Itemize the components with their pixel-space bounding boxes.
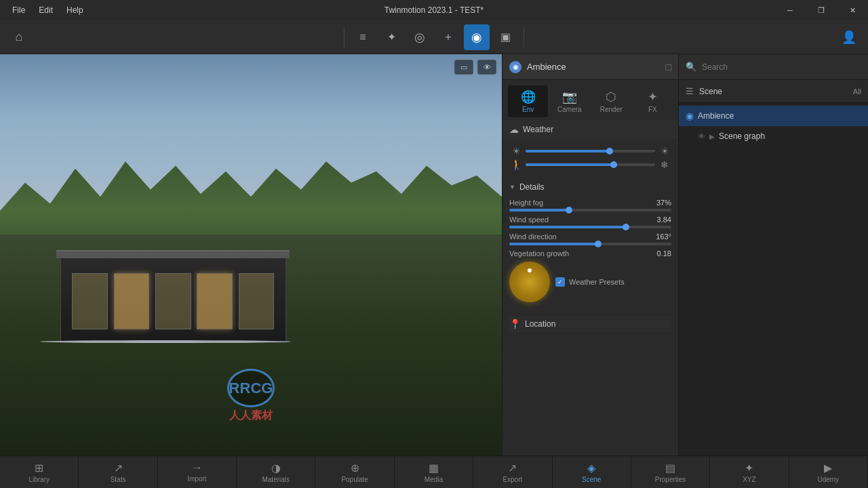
window-restore-button[interactable]: ❐: [806, 0, 837, 20]
scene-panel: 🔍 ☰ Scene All ◉ Ambience 👁 ▶ Scene graph: [678, 54, 868, 455]
tab-row: 🌐 Env 📷 Camera ⬡ Render ✦ FX: [502, 80, 678, 120]
weather-controls: ☀ ☀ 🚶 ❄: [502, 139, 678, 177]
snow-icon: ❄: [658, 159, 671, 170]
home-button[interactable]: ⌂: [8, 26, 30, 48]
wind-speed-thumb[interactable]: [623, 224, 629, 230]
bottom-stats-button[interactable]: ↗ Stats: [79, 456, 157, 488]
weather-slider-2-thumb[interactable]: [610, 161, 617, 168]
menu-help[interactable]: Help: [60, 3, 90, 18]
details-header[interactable]: ▼ Details: [509, 180, 671, 195]
panel-title: Ambience: [527, 62, 660, 72]
bottom-materials-button[interactable]: ◑ Materials: [237, 456, 315, 488]
search-icon: 🔍: [686, 62, 696, 72]
ambience-panel: ◉ Ambience □ 🌐 Env 📷 Camera ⬡ Render ✦ F…: [502, 54, 678, 455]
bottom-xyz-button[interactable]: ✦ XYZ: [710, 456, 789, 488]
stats-icon: ↗: [114, 462, 123, 474]
select-tool-button[interactable]: ✦: [378, 24, 404, 50]
camera-tab-label: Camera: [557, 106, 582, 113]
height-fog-slider[interactable]: [509, 209, 671, 211]
bottom-scene-button[interactable]: ◈ Scene: [553, 456, 631, 488]
wind-speed-param: Wind speed 3.84: [509, 216, 671, 228]
scene-item-ambience[interactable]: ◉ Ambience: [679, 106, 868, 126]
bottom-export-button[interactable]: ↗ Export: [473, 456, 552, 488]
materials-icon: ◑: [271, 462, 281, 474]
toolbar: ⌂ ≡ ✦ ◎ + ◉ ▣ 👤: [0, 20, 868, 54]
scene-item-graph[interactable]: 👁 ▶ Scene graph: [679, 126, 868, 146]
menu-file[interactable]: File: [5, 3, 32, 18]
frame-button[interactable]: ▣: [492, 24, 518, 50]
search-bar: 🔍: [679, 54, 868, 80]
materials-label: Materials: [262, 476, 290, 483]
building-window: [72, 273, 107, 329]
brush-tool-button[interactable]: ≡: [350, 24, 376, 50]
knob-indicator: [528, 268, 532, 272]
ambience-item-icon: ◉: [686, 110, 694, 121]
import-label: Import: [187, 475, 206, 483]
active-mode-button[interactable]: ◉: [464, 24, 490, 50]
frame-icon: ▣: [500, 30, 511, 43]
wind-speed-label: Wind speed: [509, 216, 549, 224]
wind-direction-value: 163°: [656, 232, 671, 241]
location-header[interactable]: 📍 Location: [509, 316, 671, 332]
target-icon: ◎: [414, 30, 425, 45]
vegetation-knob[interactable]: [509, 262, 550, 302]
vegetation-value: 0.18: [657, 249, 671, 258]
wind-direction-slider[interactable]: [509, 243, 671, 245]
bottom-populate-button[interactable]: ⊕ Populate: [315, 456, 394, 488]
viewport-rect-button[interactable]: ▭: [454, 60, 473, 75]
stats-label: Stats: [111, 476, 126, 483]
scene-all-label: All: [853, 87, 861, 96]
building-window-lit-2: [197, 273, 232, 329]
tab-fx[interactable]: ✦ FX: [633, 85, 673, 117]
scene-title: Scene: [699, 87, 848, 96]
viewport-eye-button[interactable]: 👁: [477, 60, 496, 75]
weather-presets-checkbox[interactable]: ✓: [555, 277, 565, 287]
env-tab-label: Env: [522, 106, 534, 113]
weather-slider-2[interactable]: [526, 163, 655, 166]
bottom-udemy-button[interactable]: ▶ Udemy: [789, 456, 868, 488]
height-fog-label: Height fog: [509, 199, 543, 207]
render-tab-label: Render: [600, 106, 623, 113]
bottom-media-button[interactable]: ▦ Media: [395, 456, 473, 488]
bottom-library-button[interactable]: ⊞ Library: [0, 456, 79, 488]
details-title: Details: [519, 182, 545, 192]
sun-right-icon: ☀: [658, 146, 671, 157]
height-fog-param: Height fog 37%: [509, 199, 671, 211]
bottom-bar: ⊞ Library ↗ Stats → Import ◑ Materials ⊕…: [0, 455, 868, 488]
weather-presets-row: ✓ Weather Presets: [555, 274, 671, 289]
xyz-label: XYZ: [743, 476, 755, 483]
scene-graph-text: Scene graph: [719, 131, 765, 141]
ambience-icon: ◉: [509, 61, 521, 73]
bottom-properties-button[interactable]: ▤ Properties: [631, 456, 710, 488]
xyz-icon: ✦: [745, 462, 753, 474]
wind-speed-slider[interactable]: [509, 226, 671, 228]
panel-minimize-button[interactable]: □: [666, 62, 671, 73]
visibility-icon: 👁: [698, 132, 705, 140]
library-label: Library: [28, 476, 50, 483]
weather-slider-1-thumb[interactable]: [606, 148, 613, 155]
tab-render[interactable]: ⬡ Render: [591, 85, 631, 117]
height-fog-thumb[interactable]: [566, 207, 572, 214]
window-minimize-button[interactable]: ─: [774, 0, 806, 20]
scene-list-icon: ☰: [686, 86, 694, 96]
search-input[interactable]: [702, 62, 861, 72]
wind-direction-param: Wind direction 163°: [509, 232, 671, 245]
height-fog-value: 37%: [656, 199, 671, 207]
weather-section-header[interactable]: ☁ Weather: [502, 120, 678, 139]
tab-env[interactable]: 🌐 Env: [508, 85, 548, 117]
udemy-icon: ▶: [824, 462, 832, 474]
user-profile-button[interactable]: 👤: [838, 26, 860, 48]
menu-edit[interactable]: Edit: [32, 3, 60, 18]
add-button[interactable]: +: [435, 24, 461, 50]
window-close-button[interactable]: ✕: [837, 0, 868, 20]
viewport[interactable]: ▭ 👁 RRCG 人人素材: [0, 54, 502, 455]
location-section: 📍 Location: [502, 312, 678, 336]
wind-direction-thumb[interactable]: [595, 241, 601, 247]
viewport-controls: ▭ 👁: [454, 60, 496, 75]
tab-camera[interactable]: 📷 Camera: [549, 85, 589, 117]
target-button[interactable]: ◎: [407, 24, 433, 50]
select-icon: ✦: [387, 30, 396, 43]
weather-slider-1[interactable]: [526, 150, 655, 152]
vegetation-label: Vegetation growth: [509, 249, 569, 258]
bottom-import-button[interactable]: → Import: [158, 456, 237, 488]
